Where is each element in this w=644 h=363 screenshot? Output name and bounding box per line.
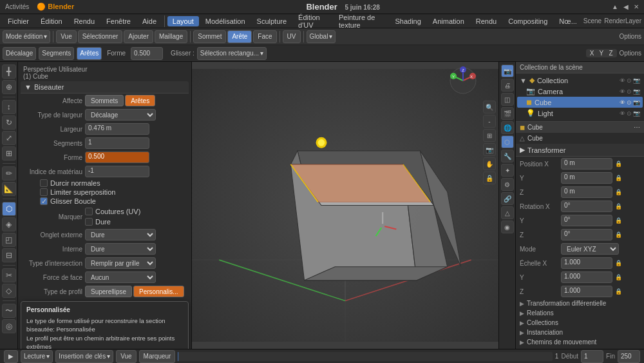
nav-gizmo[interactable]: X Y Z xyxy=(447,64,479,97)
object-icon[interactable]: ⬡ xyxy=(501,135,514,148)
rot-y-input[interactable]: 0° xyxy=(561,215,612,226)
mode-dropdown[interactable]: Mode édition ▾ xyxy=(3,30,50,43)
tool-extrude[interactable]: ⬡ xyxy=(2,202,16,216)
render-icon[interactable]: 📷 xyxy=(501,64,514,77)
scale-z-lock[interactable]: 🔒 xyxy=(615,288,622,295)
cube-eye-icon[interactable]: 👁 xyxy=(620,99,625,106)
onglet-externe-select[interactable]: Dure xyxy=(85,229,156,240)
render-vis-icon[interactable]: 📷 xyxy=(633,77,640,84)
tool-transform[interactable]: ⊞ xyxy=(2,146,16,161)
transform-dropdown[interactable]: Global ▾ xyxy=(307,30,336,43)
rot-y-lock[interactable]: 🔒 xyxy=(615,217,622,224)
menu-fichier[interactable]: Fichier xyxy=(3,16,34,26)
menu-fenetre[interactable]: Fenêtre xyxy=(101,16,136,26)
edge-btn[interactable]: Arête xyxy=(227,30,252,43)
decalage-dropdown[interactable]: Décalage xyxy=(3,47,36,60)
menu-rendu[interactable]: Rendu xyxy=(69,16,100,26)
aretes-dropdown[interactable]: Arêtes xyxy=(77,47,102,60)
world-icon[interactable]: 🌐 xyxy=(501,121,514,134)
personnalis-button[interactable]: Personnalis... xyxy=(133,286,184,297)
debut-input[interactable]: 1 xyxy=(581,350,603,363)
dure-checkbox[interactable] xyxy=(85,218,93,226)
superellipse-button[interactable]: Superellipse xyxy=(85,286,132,297)
scale-y-lock[interactable]: 🔒 xyxy=(615,274,622,280)
vertex-btn[interactable]: Sommet xyxy=(193,30,226,43)
tab-layout[interactable]: Layout xyxy=(167,16,199,26)
lock-btn[interactable]: 🔒 xyxy=(483,172,496,184)
vue-timeline-btn[interactable]: Vue xyxy=(116,350,136,363)
relations-row[interactable]: ▶ Relations xyxy=(516,308,644,318)
aretes-button[interactable]: Arêtes xyxy=(125,95,155,106)
eye-icon[interactable]: 👁 xyxy=(620,77,625,84)
limiter-checkbox[interactable] xyxy=(40,188,48,196)
vue-btn[interactable]: Vue xyxy=(56,30,76,43)
largeur-input[interactable]: 0.476 m xyxy=(85,123,149,135)
tab-sculpture[interactable]: Sculpture xyxy=(252,16,292,26)
particles-icon[interactable]: ✦ xyxy=(501,164,514,177)
pos-x-lock[interactable]: 🔒 xyxy=(615,161,622,167)
pos-y-lock[interactable]: 🔒 xyxy=(615,175,622,181)
tool-scale[interactable]: ⤢ xyxy=(2,131,16,145)
tool-cursor[interactable]: ⊕ xyxy=(2,80,16,94)
close-icon[interactable]: ✕ xyxy=(634,3,639,10)
tool-select[interactable]: ╋ xyxy=(2,64,16,79)
cam-render-icon[interactable]: 📷 xyxy=(633,88,640,95)
forme-input[interactable]: 0.500 xyxy=(131,47,163,60)
zoom-in-btn[interactable]: 🔍 xyxy=(483,101,496,113)
mesh-btn[interactable]: Maillage xyxy=(155,30,187,43)
view-btn[interactable]: ⊞ xyxy=(483,129,496,142)
fin-input[interactable]: 250 xyxy=(618,350,640,363)
light-eye-icon[interactable]: 👁 xyxy=(620,110,625,117)
mode-select[interactable]: Euler XYZ xyxy=(561,243,619,255)
type-largeur-select[interactable]: Décalage xyxy=(85,109,156,121)
tab-rendu[interactable]: Rendu xyxy=(471,16,502,26)
rot-z-lock[interactable]: 🔒 xyxy=(615,231,622,238)
pos-z-lock[interactable]: 🔒 xyxy=(615,189,622,195)
pos-z-input[interactable]: 0 m xyxy=(561,186,612,198)
outliner-item-camera[interactable]: 📷 Camera 👁 ⊙ 📷 xyxy=(517,86,643,97)
interne-select[interactable]: Dure xyxy=(85,243,156,255)
outliner-item-light[interactable]: 💡 Light 👁 ⊙ 📷 xyxy=(517,108,643,119)
view-layer-icon[interactable]: ◫ xyxy=(501,93,514,106)
scale-x-input[interactable]: 1.000 xyxy=(561,257,612,269)
tool-smooth[interactable]: 〜 xyxy=(2,304,16,318)
output-icon[interactable]: 🖨 xyxy=(501,79,514,92)
type-intersection-select[interactable]: Remplir par grille xyxy=(85,257,156,269)
scene-icon[interactable]: 🎬 xyxy=(501,107,514,120)
tab-edition-uv[interactable]: Édition d'UV xyxy=(293,12,332,30)
cube-cursor-icon[interactable]: ⊙ xyxy=(627,99,632,106)
tool-options-icon[interactable]: ⋯ xyxy=(634,124,640,131)
insertion-dropdown[interactable]: Insertion de clés ▾ xyxy=(55,350,113,363)
cursor-icon[interactable]: ⊙ xyxy=(627,77,632,84)
material-icon[interactable]: ◉ xyxy=(501,221,514,233)
segments-input[interactable]: 1 xyxy=(85,137,149,149)
add-btn[interactable]: Ajouter xyxy=(124,30,153,43)
tab-compositing[interactable]: Compositing xyxy=(503,16,553,26)
menu-aide[interactable]: Aide xyxy=(137,16,162,26)
coutures-checkbox[interactable] xyxy=(85,208,93,215)
glisser-checkbox[interactable]: ✓ xyxy=(40,197,48,205)
collections-row[interactable]: ▶ Collections xyxy=(516,318,644,328)
options-btn[interactable]: Options xyxy=(620,50,641,57)
scale-z-input[interactable]: 1.000 xyxy=(561,286,612,297)
cam-cursor-icon[interactable]: ⊙ xyxy=(627,88,632,95)
indice-input[interactable]: -1 xyxy=(85,166,149,177)
cube-render-icon[interactable]: 📷 xyxy=(633,99,640,106)
timeline-track[interactable] xyxy=(178,352,552,361)
uv-btn[interactable]: UV xyxy=(283,30,301,43)
play-button[interactable]: ▶ xyxy=(4,350,18,363)
tool-shrink[interactable]: ◎ xyxy=(2,319,16,333)
tool-poly-build[interactable]: ◇ xyxy=(2,284,16,298)
zoom-out-btn[interactable]: - xyxy=(483,115,496,128)
camera-btn[interactable]: 📷 xyxy=(483,143,496,156)
hand-btn[interactable]: ✋ xyxy=(483,157,496,170)
face-btn[interactable]: Face xyxy=(253,30,276,43)
durcir-checkbox[interactable] xyxy=(40,179,48,187)
scale-y-input[interactable]: 1.000 xyxy=(561,271,612,283)
selection-dropdown[interactable]: Sélection rectangu... ▾ xyxy=(197,47,267,60)
rot-x-input[interactable]: 0° xyxy=(561,201,612,212)
rot-x-lock[interactable]: 🔒 xyxy=(615,203,622,210)
tool-bevel[interactable]: ◰ xyxy=(2,233,16,247)
sommets-button[interactable]: Sommets xyxy=(85,95,124,106)
instanciation-row[interactable]: ▶ Instanciation xyxy=(516,328,644,337)
